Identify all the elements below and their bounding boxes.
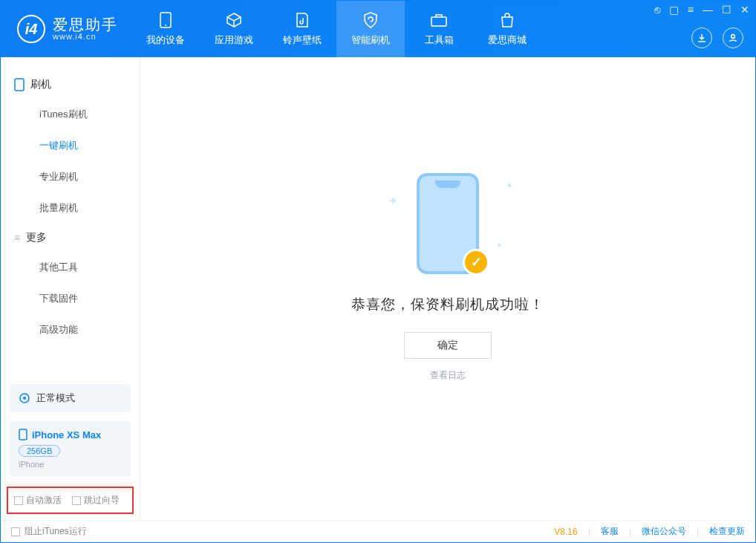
logo-icon: i4 [17,15,45,43]
phone-icon [156,11,175,29]
main-content: ✦ ✦ • ✓ 恭喜您，保资料刷机成功啦！ 确定 查看日志 [140,57,755,520]
sparkle-icon: ✦ [388,194,398,208]
title-bar: i4 爱思助手 www.i4.cn 我的设备 应用游戏 铃声壁纸 智能刷机 工具… [1,1,755,57]
svg-point-6 [23,397,26,400]
music-file-icon [293,11,312,29]
checkbox-skip-guide[interactable]: 跳过向导 [72,494,120,507]
sidebar: 刷机 iTunes刷机 一键刷机 专业刷机 批量刷机 ≡ 更多 其他工具 下载固… [1,57,140,520]
tab-ringtones-wallpapers[interactable]: 铃声壁纸 [268,1,336,57]
minimize-button[interactable]: — [703,4,713,16]
sidebar-group-flash: 刷机 [1,71,140,99]
check-icon: ✓ [463,249,489,276]
sparkle-icon: ✦ [506,181,513,191]
mode-icon [19,392,30,404]
briefcase-icon [429,11,449,29]
svg-point-3 [731,35,735,39]
main-tabs: 我的设备 应用游戏 铃声壁纸 智能刷机 工具箱 爱思商城 [131,1,541,57]
tab-my-device[interactable]: 我的设备 [131,1,200,57]
device-type: iPhone [19,460,122,469]
view-log-link[interactable]: 查看日志 [430,369,466,382]
cube-icon [224,11,244,29]
list-icon: ≡ [14,232,20,244]
bag-icon [498,11,517,29]
success-illustration: ✦ ✦ • ✓ [417,173,479,274]
sidebar-item-download-firmware[interactable]: 下载固件 [1,283,140,314]
device-storage: 256GB [19,445,60,457]
maximize-button[interactable]: ☐ [722,4,731,16]
tab-apps-games[interactable]: 应用游戏 [200,1,268,57]
phone-small-icon [14,78,25,91]
app-name: 爱思助手 [53,17,118,32]
device-mode-status[interactable]: 正常模式 [10,384,131,412]
sidebar-item-batch-flash[interactable]: 批量刷机 [1,192,140,224]
shield-refresh-icon [361,11,380,29]
sparkle-icon: • [497,238,501,252]
app-logo: i4 爱思助手 www.i4.cn [1,15,131,43]
sidebar-item-other-tools[interactable]: 其他工具 [1,252,140,283]
header-right-icons [691,27,743,48]
menu-icon[interactable]: ≡ [688,4,694,16]
tab-toolbox[interactable]: 工具箱 [405,1,473,57]
svg-rect-7 [19,429,27,440]
sidebar-item-pro-flash[interactable]: 专业刷机 [1,161,140,192]
sidebar-item-advanced[interactable]: 高级功能 [1,314,140,345]
sidebar-item-itunes-flash[interactable]: iTunes刷机 [1,99,140,130]
tab-store[interactable]: 爱思商城 [473,1,541,57]
checkbox-auto-activate[interactable]: 自动激活 [14,494,62,507]
svg-rect-2 [431,17,446,26]
window-controls: ⎋ ▢ ≡ — ☐ ✕ [654,4,749,16]
highlighted-options: 自动激活 跳过向导 [7,487,134,514]
sidebar-group-more: ≡ 更多 [1,224,140,252]
support-link[interactable]: 客服 [601,525,619,538]
wechat-link[interactable]: 微信公众号 [642,525,686,538]
version-label: V8.16 [554,527,577,537]
check-update-link[interactable]: 检查更新 [709,525,745,538]
app-domain: www.i4.cn [53,32,118,41]
user-icon[interactable] [723,27,743,48]
download-icon[interactable] [691,27,712,48]
ok-button[interactable]: 确定 [404,332,492,359]
status-bar: 阻止iTunes运行 V8.16 | 客服 | 微信公众号 | 检查更新 [1,520,755,542]
device-name: iPhone XS Max [32,429,101,440]
checkbox-block-itunes[interactable]: 阻止iTunes运行 [11,525,87,538]
close-button[interactable]: ✕ [740,4,749,16]
svg-point-1 [165,25,166,26]
device-panel[interactable]: iPhone XS Max 256GB iPhone [10,421,131,476]
note-icon[interactable]: ▢ [669,4,679,16]
svg-rect-4 [15,79,24,91]
device-icon [19,429,27,440]
sidebar-item-oneclick-flash[interactable]: 一键刷机 [1,130,140,161]
shirt-icon[interactable]: ⎋ [654,4,660,16]
success-message: 恭喜您，保资料刷机成功啦！ [351,295,544,314]
tab-smart-flash[interactable]: 智能刷机 [336,1,405,57]
